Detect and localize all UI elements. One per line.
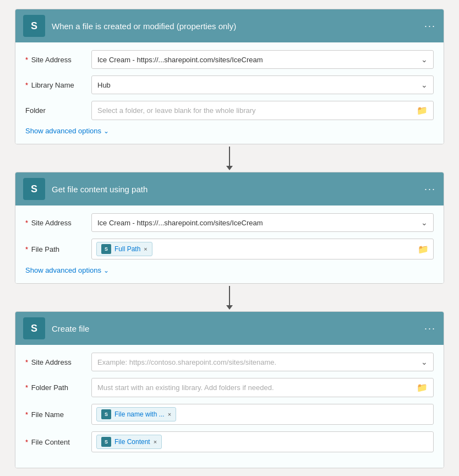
sharepoint-icon-1: S xyxy=(23,15,45,37)
chevron-down-icon-2: ⌄ xyxy=(421,80,428,89)
card-get-file-more[interactable]: ··· xyxy=(424,183,436,195)
chevron-down-icon-4: ⌄ xyxy=(421,218,428,227)
dropdown-library-name-1[interactable]: Hub ⌄ xyxy=(91,75,434,94)
required-star-6: * xyxy=(25,383,28,392)
dropdown-site-address-2[interactable]: Ice Cream - https://...sharepoint.com/si… xyxy=(91,213,434,232)
control-file-path-1[interactable]: S Full Path × 📁 xyxy=(91,239,434,259)
required-star-5: * xyxy=(25,358,28,366)
label-folder-path-1: * Folder Path xyxy=(25,383,86,392)
arrow-down-1 xyxy=(229,147,230,170)
label-library-name-1: * Library Name xyxy=(25,81,86,89)
chevron-down-icon-1: ⌄ xyxy=(421,55,428,64)
connector-2 xyxy=(15,284,444,311)
field-row-file-content-1: * File Content S File Content × xyxy=(25,431,434,452)
file-name-tokens-1: S File name with ... × xyxy=(96,407,429,421)
card-get-file-body: * Site Address Ice Cream - https://...sh… xyxy=(15,205,444,283)
dropdown-placeholder-site-address-3: Example: https://contoso.sharepoint.com/… xyxy=(97,358,276,366)
field-row-library-name-1: * Library Name Hub ⌄ xyxy=(25,75,434,94)
token-icon-full-path: S xyxy=(101,244,111,254)
dropdown-site-address-3[interactable]: Example: https://contoso.sharepoint.com/… xyxy=(91,353,434,371)
required-star-2: * xyxy=(25,81,28,89)
card-trigger-more[interactable]: ··· xyxy=(424,20,436,32)
show-advanced-2[interactable]: Show advanced options ⌄ xyxy=(25,266,434,274)
control-folder-1[interactable]: Select a folder, or leave blank for the … xyxy=(91,101,434,120)
folder-placeholder-1: Select a folder, or leave blank for the … xyxy=(97,106,256,115)
required-star-3: * xyxy=(25,219,28,227)
file-path-tokens-1: S Full Path × xyxy=(96,242,418,256)
label-folder-1: Folder xyxy=(25,106,86,115)
dropdown-value-library-name-1: Hub xyxy=(97,81,111,89)
label-file-name-1: * File Name xyxy=(25,410,86,419)
field-row-folder-1: Folder Select a folder, or leave blank f… xyxy=(25,101,434,120)
token-close-file-content[interactable]: × xyxy=(154,439,157,445)
card-get-file-header: S Get file content using path ··· xyxy=(15,172,444,205)
required-star-4: * xyxy=(25,245,28,253)
file-content-input-1[interactable]: S File Content × xyxy=(91,431,434,452)
field-row-site-address-1: * Site Address Ice Cream - https://...sh… xyxy=(25,50,434,69)
field-row-site-address-3: * Site Address Example: https://contoso.… xyxy=(25,353,434,371)
card-trigger-body: * Site Address Ice Cream - https://...sh… xyxy=(15,42,444,144)
arrow-down-2 xyxy=(229,286,230,309)
label-file-content-1: * File Content xyxy=(25,438,86,446)
control-site-address-2[interactable]: Ice Cream - https://...sharepoint.com/si… xyxy=(91,213,434,232)
card-create-file-body: * Site Address Example: https://contoso.… xyxy=(15,345,444,468)
field-row-site-address-2: * Site Address Ice Cream - https://...sh… xyxy=(25,213,434,232)
flow-container: S When a file is created or modified (pr… xyxy=(9,9,450,468)
token-file-name: S File name with ... × xyxy=(96,407,176,421)
token-file-content: S File Content × xyxy=(96,435,162,449)
chevron-down-icon-6: ⌄ xyxy=(421,358,428,366)
token-label-full-path: Full Path xyxy=(114,245,140,253)
card-trigger-header: S When a file is created or modified (pr… xyxy=(15,9,444,42)
card-create-file-header: S Create file ··· xyxy=(15,312,444,345)
file-name-input-1[interactable]: S File name with ... × xyxy=(91,404,434,425)
show-advanced-label-2: Show advanced options xyxy=(25,266,101,274)
folder-input-1[interactable]: Select a folder, or leave blank for the … xyxy=(91,101,434,120)
chevron-down-icon-3: ⌄ xyxy=(103,127,109,135)
sharepoint-icon-2: S xyxy=(23,178,45,200)
folder-icon-1[interactable]: 📁 xyxy=(417,105,428,116)
dropdown-value-site-address-1: Ice Cream - https://...sharepoint.com/si… xyxy=(97,56,263,64)
field-row-file-path-1: * File Path S Full Path × 📁 xyxy=(25,239,434,259)
token-close-full-path[interactable]: × xyxy=(144,246,147,252)
required-star-8: * xyxy=(25,438,28,446)
file-path-input-1[interactable]: S Full Path × 📁 xyxy=(91,239,434,259)
required-star-1: * xyxy=(25,56,28,64)
label-site-address-2: * Site Address xyxy=(25,219,86,227)
control-site-address-1[interactable]: Ice Cream - https://...sharepoint.com/si… xyxy=(91,50,434,69)
card-get-file-content: S Get file content using path ··· * Site… xyxy=(15,172,444,284)
token-icon-file-name: S xyxy=(101,409,111,419)
folder-icon-2[interactable]: 📁 xyxy=(418,244,429,255)
dropdown-site-address-1[interactable]: Ice Cream - https://...sharepoint.com/si… xyxy=(91,50,434,69)
control-library-name-1[interactable]: Hub ⌄ xyxy=(91,75,434,94)
card-create-file-more[interactable]: ··· xyxy=(424,323,436,334)
folder-icon-3[interactable]: 📁 xyxy=(417,382,428,393)
control-file-name-1[interactable]: S File name with ... × xyxy=(91,404,434,425)
show-advanced-1[interactable]: Show advanced options ⌄ xyxy=(25,127,434,135)
token-icon-file-content: S xyxy=(101,437,111,447)
control-folder-path-1[interactable]: Must start with an existing library. Add… xyxy=(91,378,434,397)
token-close-file-name[interactable]: × xyxy=(168,411,171,418)
dropdown-value-site-address-2: Ice Cream - https://...sharepoint.com/si… xyxy=(97,219,263,227)
connector-1 xyxy=(15,144,444,172)
card-trigger: S When a file is created or modified (pr… xyxy=(15,9,444,144)
card-create-file: S Create file ··· * Site Address Example… xyxy=(15,311,444,468)
card-create-file-title: Create file xyxy=(52,324,418,333)
label-site-address-3: * Site Address xyxy=(25,358,86,366)
card-get-file-title: Get file content using path xyxy=(52,185,418,194)
control-file-content-1[interactable]: S File Content × xyxy=(91,431,434,452)
required-star-7: * xyxy=(25,410,28,419)
file-content-tokens-1: S File Content × xyxy=(96,435,429,449)
field-row-file-name-1: * File Name S File name with ... × xyxy=(25,404,434,425)
chevron-down-icon-5: ⌄ xyxy=(103,267,109,274)
sharepoint-icon-3: S xyxy=(23,317,45,339)
folder-path-placeholder-1: Must start with an existing library. Add… xyxy=(97,383,274,392)
folder-path-input-1[interactable]: Must start with an existing library. Add… xyxy=(91,378,434,397)
token-label-file-name: File name with ... xyxy=(114,410,165,418)
field-row-folder-path-1: * Folder Path Must start with an existin… xyxy=(25,378,434,397)
show-advanced-label-1: Show advanced options xyxy=(25,127,101,135)
label-file-path-1: * File Path xyxy=(25,245,86,253)
token-label-file-content: File Content xyxy=(114,438,150,446)
control-site-address-3[interactable]: Example: https://contoso.sharepoint.com/… xyxy=(91,353,434,371)
card-trigger-title: When a file is created or modified (prop… xyxy=(52,21,418,31)
label-site-address-1: * Site Address xyxy=(25,56,86,64)
